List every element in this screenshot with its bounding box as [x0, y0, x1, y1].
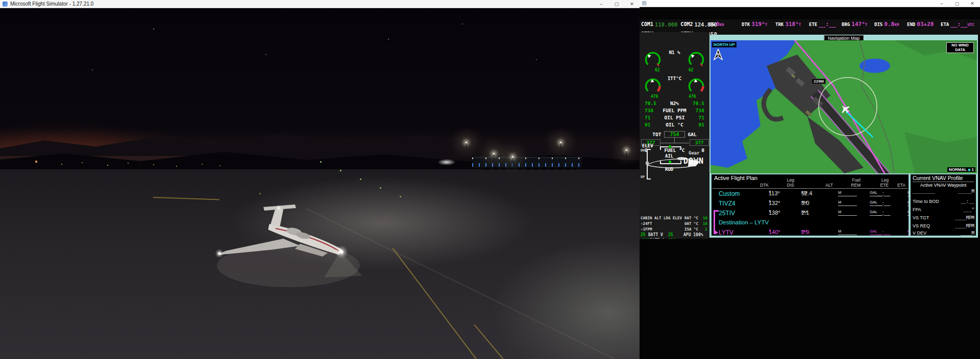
status-row-3: -1FPM ISA °C 1: [640, 227, 709, 232]
maximize-button[interactable]: ▢: [609, 0, 624, 8]
n1-value-left: 62: [655, 68, 660, 72]
fuel-qty-right: 377: [690, 139, 709, 146]
brg-field: BRG147°T: [842, 19, 867, 29]
itt-value-left: 476: [651, 94, 658, 99]
engine-panel: N1 % 62 62 ITT°C: [640, 32, 709, 239]
active-leg-arrow: [715, 230, 718, 235]
light-pole: [512, 156, 513, 158]
fpl-row-lytv: LYTV 140°T 2.9KM ______M ____GAL __:__ _…: [712, 229, 909, 239]
vnav-waypoint-row: _____________M: [913, 189, 974, 194]
map-range-label: 229M: [812, 79, 826, 84]
north-arrow-letter: N: [717, 52, 720, 57]
n1-gauge-right: [685, 49, 707, 69]
fuel-total-row: TOT 754 GAL: [640, 131, 709, 138]
minimize-button[interactable]: –: [934, 0, 949, 7]
active-flight-plan-panel: Active Flight Plan Leg Fuel Leg DTK DIS …: [710, 173, 910, 237]
detail-diamond-icon: ◆: [968, 168, 970, 172]
minimize-button[interactable]: –: [594, 0, 609, 8]
light-pole: [493, 153, 495, 155]
batt-a-row: -100 BATT A 100: [640, 238, 709, 239]
com1-active-freq: 118.000: [655, 21, 677, 28]
vnav-time-to-bod-row: Time to BOD__:__: [913, 199, 974, 204]
mfd-display: COM1 118.000 COM2 124.850 STBY 124.850 S…: [640, 7, 980, 359]
fuel-flow-row: 738FUEL PPM738: [640, 108, 709, 113]
itt-gauge-left: [642, 75, 664, 96]
tot-label: TOT: [652, 132, 661, 137]
flight-plan-title: Active Flight Plan: [714, 175, 757, 181]
com1-label: COM1: [641, 21, 653, 27]
ete-field: ETE__:__: [809, 19, 836, 29]
n2-row: 70.5N2%70.5: [640, 100, 709, 106]
ground-equipment: [485, 167, 577, 170]
n1-value-right: 62: [689, 68, 694, 72]
elev-up-label: UP: [641, 175, 645, 179]
terminal-building: [472, 157, 582, 168]
itt-value-right: 476: [689, 94, 696, 99]
gal-label: GAL: [688, 132, 697, 137]
n1-gauge-left: [642, 49, 664, 69]
status-row-1: CABIN ALT LDG ELEV RAT °C 16: [640, 216, 709, 221]
fuel-total-value: 754: [664, 131, 684, 138]
eta-field: ETA__:__UTC: [941, 19, 974, 29]
msfs-app-icon: [3, 2, 8, 7]
gear-label: Gear: [689, 150, 700, 156]
map-orientation-label: NORTH UP: [712, 42, 737, 47]
map-detail-label: NORMAL◆1: [947, 167, 975, 172]
rud-label: RUD: [665, 167, 673, 172]
ail-label: AIL: [665, 153, 673, 159]
floodlight-pool-right: [449, 222, 640, 359]
avionics-window: – ▢ ✕ COM1 118.000 COM2 124.850 STBY 124…: [640, 0, 980, 359]
vnav-vs-req-row: VS REQ____MPM: [913, 223, 974, 228]
fpl-row-custom: Custom 113°T 52.4KM ______M ____GAL __:_…: [712, 190, 909, 200]
fpl-row-25tiv: 25TIV 138°T 2.1KM ______M ____GAL __:__ …: [712, 210, 909, 219]
navigation-map-pane[interactable]: Navigation Map: [709, 35, 978, 238]
oil-psi-row: 71OIL PSI71: [640, 115, 709, 120]
no-wind-data-flag: NO WINDDATA: [946, 42, 974, 53]
fpl-row-tivz4: TIVZ4 132°T 3.0KM ______M ____GAL __:__ …: [712, 200, 909, 210]
msfs-window-title: Microsoft Flight Simulator - 1.27.21.0: [10, 1, 93, 7]
light-pole: [626, 149, 627, 151]
vnav-fpa-row: FPA___°: [913, 207, 974, 212]
vnav-profile-panel: Current VNAV Profile Active VNAV Waypoin…: [910, 173, 977, 237]
parked-aircraft-small: [438, 159, 455, 165]
elev-trim-marker: [646, 162, 649, 165]
status-row-2: -24FT OAT °C 16: [640, 221, 709, 226]
elev-dn-label: DN: [641, 148, 645, 152]
oil-temp-row: 91OIL °C91: [640, 122, 709, 127]
close-button[interactable]: ✕: [965, 0, 980, 7]
light-pole: [465, 142, 467, 143]
dtk-field: DTK319°T: [742, 19, 767, 29]
end-field: END03+28: [907, 19, 934, 29]
light-pole: [560, 142, 561, 143]
vnav-v-dev-row: V DEV____M: [913, 230, 974, 236]
avionics-titlebar[interactable]: – ▢ ✕: [640, 0, 980, 7]
trk-field: TRK318°T: [775, 19, 801, 29]
close-button[interactable]: ✕: [624, 0, 640, 8]
dis-field: DIS0.8KM: [874, 19, 899, 29]
sim-viewport[interactable]: [0, 8, 640, 359]
com2-label: COM2: [680, 21, 693, 27]
gs-field: GS0KH: [709, 19, 724, 29]
itt-gauge-right: [685, 75, 707, 96]
north-arrow-icon: N: [714, 49, 723, 60]
msfs-window: Microsoft Flight Simulator - 1.27.21.0 –…: [0, 0, 640, 359]
taxiway-centerline-lights: [0, 8, 2, 10]
batt-v-row: 25 BATT V 25 APU 100%: [640, 233, 709, 238]
vnav-title: Current VNAV Profile: [913, 175, 974, 182]
avionics-app-icon: [642, 1, 647, 6]
vnav-vs-tgt-row: VS TGT____MPM: [913, 215, 974, 220]
msfs-titlebar[interactable]: Microsoft Flight Simulator - 1.27.21.0 –…: [0, 0, 640, 8]
gear-status: DOWN: [683, 157, 704, 166]
maximize-button[interactable]: ▢: [949, 0, 965, 7]
elev-label: ELEV: [642, 143, 653, 148]
moving-map: [710, 40, 977, 173]
player-aircraft: [194, 202, 362, 299]
fpl-row-destination: Destination – LYTV: [712, 219, 909, 229]
com-active-row: COM1 118.000 COM2 124.850: [641, 19, 720, 29]
vnav-waypoint-label: Active VNAV Waypoint: [911, 183, 976, 188]
